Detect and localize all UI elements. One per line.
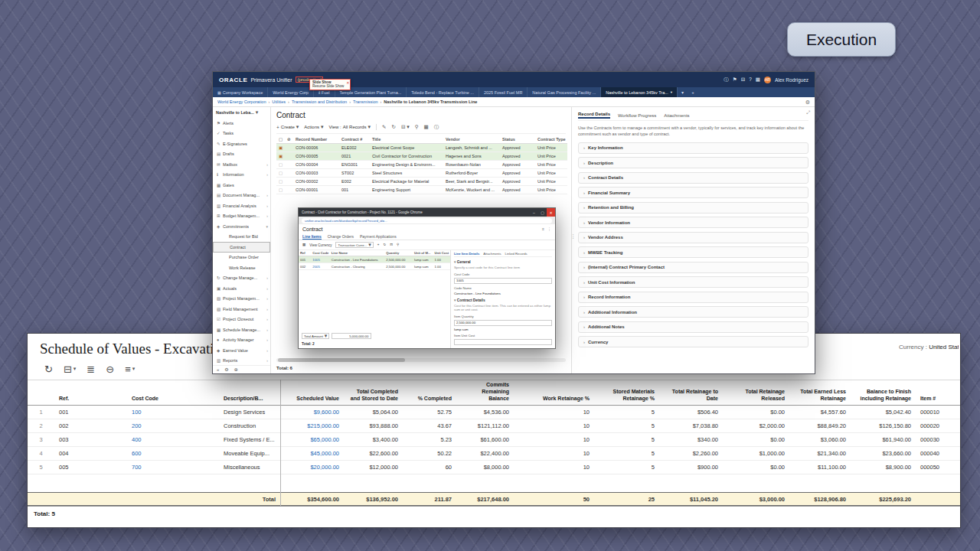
breadcrumb-item[interactable]: Transmission and Distribution [292,99,353,104]
collapse-sidebar-icon[interactable]: « [217,367,219,372]
column-header-unit-cost[interactable]: Unit Cost [433,250,450,256]
print-icon[interactable]: ⊟ [741,77,745,83]
gear-icon[interactable]: ⚙ [224,367,228,372]
sidebar-item[interactable]: ℹ Information › [213,170,270,181]
project-tab[interactable]: Company Workspace [213,87,268,97]
column-header-ref[interactable]: Ref [299,250,311,256]
details-section[interactable]: › Contract Details [578,172,808,184]
cost-code-cell[interactable]: 2005 [311,263,329,270]
line-item-row[interactable]: 001 1005 Construction - Line Foundations… [299,256,450,263]
refresh-icon[interactable]: ↻ [391,125,395,130]
cost-code-link[interactable]: 100 [127,406,219,419]
column-header-contract-number[interactable]: Contract # [339,135,370,144]
column-header-stored-materials[interactable]: Stored Materials Retainage % [594,380,659,406]
cost-code-cell[interactable]: 1005 [311,256,329,263]
pane-resize-handle[interactable] [571,233,576,240]
row-select-checkbox[interactable] [276,152,285,161]
info-icon[interactable]: ⓘ [434,125,439,130]
breadcrumb-item[interactable]: Utilities [272,99,292,104]
column-header-record-number[interactable]: Record Number [293,135,339,144]
grid-columns-icon[interactable]: ▦ [424,125,429,130]
column-header-cost-code[interactable]: Cost Code [311,250,329,256]
column-header-contract-type[interactable]: Contract Type [535,135,567,144]
sidebar-item[interactable]: ▦ Gates [213,180,270,191]
contract-row[interactable]: CON-00001 001 Engineering Support McKenz… [276,186,567,194]
popup-tab[interactable]: Line Items [302,234,322,240]
sidebar-item[interactable]: ✎ E-Signatures [213,139,270,149]
sidebar-item[interactable]: ✓ Tasks [213,129,270,139]
details-tab[interactable]: Workflow Progress [618,113,656,118]
sidebar-item[interactable]: ▦ Schedule Manage... › [213,324,270,335]
scheduled-value-link[interactable]: $65,000.00 [280,433,344,447]
column-header-status[interactable]: Status [500,135,535,144]
sidebar-item[interactable]: ● Activity Manager › [213,335,270,346]
contract-row[interactable]: CON-00006 ELE002 Electrical Const Scope … [276,144,567,152]
details-section[interactable]: › (Internal) Contract Primary Contact [578,262,808,273]
url-field[interactable]: unifier.oraclecloud.com/bluedoor/bp/reco… [302,218,552,223]
sidebar-item[interactable]: ▤ Drafts [213,149,270,160]
row-select-checkbox[interactable] [276,161,285,169]
line-item-details-tab[interactable]: Linked Records [505,252,528,256]
currency-filter-select[interactable]: Transaction Curre... ▾ [335,242,373,248]
refresh-icon[interactable]: ↻ [44,364,53,374]
details-section[interactable]: › Vendor Address [578,232,808,243]
project-tab[interactable]: Toledo Bend - Replace Turbine ... [407,87,479,97]
collapse-rows-icon[interactable]: ⊖ [106,364,114,374]
add-icon[interactable]: ⊕ [234,367,238,372]
item-quantity-input[interactable]: 2,500,000.00 [454,320,552,326]
menu-icon[interactable]: ≡ [542,227,544,231]
column-header-pct-completed[interactable]: % Completed [403,380,456,406]
sidebar-item[interactable]: ▧ Project Managem... › [213,294,270,305]
project-tab[interactable]: World Energy Corp [268,87,314,97]
contract-row[interactable]: CON-00005 0021 Civil Contractor for Cons… [276,152,567,161]
column-header-earned-less-retainage[interactable]: Total Earned Less Retainage [789,380,851,406]
project-tab[interactable]: 2025 Fossil Fuel MR [479,87,528,97]
column-header-vendor[interactable]: Vendor [443,135,500,144]
item-unit-cost-input[interactable] [454,339,552,345]
close-icon[interactable]: ✕ [547,208,555,217]
row-select-checkbox[interactable] [276,186,285,194]
column-header-ref[interactable]: Ref. [54,380,127,406]
project-tab[interactable]: Nashville to Lebanon 345kv Tra... [601,87,678,97]
sidebar-item[interactable]: ◈ Commitments ▾ [213,221,270,232]
record-number-link[interactable]: CON-00005 [293,152,339,161]
record-number-link[interactable]: CON-00006 [293,144,339,152]
details-section[interactable]: › Additional Information [578,306,808,318]
sidebar-item[interactable]: ✉ Mailbox › [213,159,270,170]
cost-code-link[interactable]: 400 [127,433,219,447]
select-all-checkbox[interactable]: ▢ [276,135,285,144]
breadcrumb-item[interactable]: Nashville to Lebanon 345kv Transmission … [384,99,477,104]
sov-table-row[interactable]: 4 004 600 Moveable Equip... $45,000.00 $… [28,447,960,461]
details-section[interactable]: › Additional Notes [578,321,808,333]
record-number-link[interactable]: CON-00004 [293,161,339,169]
actions-button[interactable]: Actions ▾ [304,124,323,130]
details-section[interactable]: › Record Information [578,292,808,303]
column-header-scheduled-value[interactable]: Scheduled Value [280,380,344,406]
bookmark-icon[interactable]: ⚑ [733,77,737,83]
add-tab-button[interactable]: + [688,87,698,97]
breadcrumb-item[interactable]: Transmission [353,99,384,104]
search-icon[interactable]: ⚲ [415,125,419,130]
sidebar-item[interactable]: ▣ Actuals › [213,283,270,294]
horizontal-scrollbar[interactable] [276,358,566,362]
minimize-icon[interactable]: – [530,208,538,217]
total-amount-select[interactable]: Total Amount ▾ [302,333,329,339]
project-tab[interactable]: Natural Gas Processing Facility ... [528,87,601,97]
details-section[interactable]: › Key Information [578,142,808,154]
maximize-icon[interactable]: ▢ [538,208,547,217]
column-header-uom[interactable]: Unit of M... [413,250,433,256]
scheduled-value-link[interactable]: $215,000.00 [280,419,344,433]
apps-grid-icon[interactable]: ▦ [756,77,760,83]
print-button[interactable]: ⊟ ▾ [64,364,76,374]
details-section[interactable]: › Currency [578,336,808,347]
record-number-link[interactable]: CON-00001 [293,186,339,194]
column-header-title[interactable]: Title [370,135,443,144]
scheduled-value-link[interactable]: $9,600.00 [280,406,344,419]
details-section[interactable]: › MWBE Tracking [578,246,808,258]
column-header-work-retainage[interactable]: Work Retainage % [514,380,594,406]
print-icon[interactable]: ⊟ [390,243,393,247]
column-header-quantity[interactable]: Quantity [384,250,413,256]
contract-row[interactable]: CON-00004 ENG001 Engineering Design & En… [276,161,567,169]
sov-table-row[interactable]: 1 001 100 Design Services $9,600.00 $5,0… [28,406,960,419]
details-section[interactable]: › Vendor Information [578,217,808,228]
